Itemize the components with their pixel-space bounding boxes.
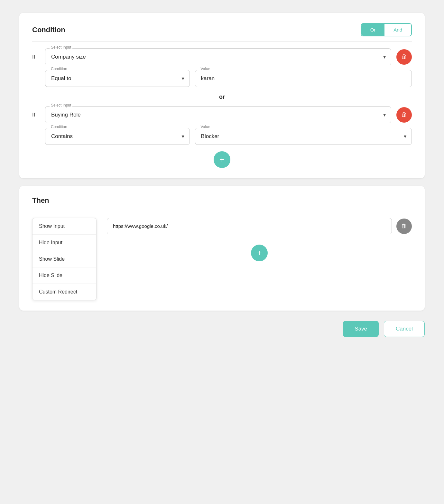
trash-icon-url: 🗑 [401, 223, 407, 229]
then-right-content: 🗑 + [107, 218, 412, 261]
condition-select-wrapper-2: Condition Contains ▼ [45, 128, 190, 145]
condition-label-1: Condition [50, 67, 69, 71]
condition-card: Condition Or And If Select Input Company… [19, 13, 425, 178]
select-input-label-2: Select Input [50, 103, 72, 107]
value-input-1[interactable] [195, 70, 412, 87]
url-input-row: 🗑 [107, 218, 412, 234]
show-slide-menu-item[interactable]: Show Slide [32, 251, 96, 267]
select-input-wrapper-2: Select Input Buying Role ▼ [45, 106, 391, 123]
add-then-button[interactable]: + [251, 245, 268, 261]
or-separator: or [32, 94, 412, 100]
hide-input-menu-item[interactable]: Hide Input [32, 235, 96, 251]
add-then-area: + [107, 245, 412, 261]
then-card-header: Then [32, 196, 412, 210]
delete-condition-1-button[interactable]: 🗑 [396, 49, 412, 65]
then-title: Then [32, 196, 49, 205]
plus-icon-then: + [257, 248, 262, 258]
condition-select-1[interactable]: Equal to [45, 70, 190, 87]
cancel-button[interactable]: Cancel [384, 321, 425, 337]
hide-slide-menu-item[interactable]: Hide Slide [32, 267, 96, 284]
value-label-1: Value [199, 67, 212, 71]
custom-redirect-menu-item[interactable]: Custom Redirect [32, 284, 96, 300]
condition-value-row-1: Condition Equal to ▼ Value [45, 70, 412, 87]
if-label-2: If [32, 112, 40, 118]
plus-icon-condition: + [219, 154, 225, 165]
condition-block-2: If Select Input Buying Role ▼ 🗑 Conditio… [32, 106, 412, 145]
delete-url-button[interactable]: 🗑 [396, 219, 412, 234]
or-and-toggle[interactable]: Or And [361, 23, 412, 36]
trash-icon-2: 🗑 [401, 111, 407, 118]
condition-select-2[interactable]: Contains [45, 128, 190, 145]
select-input-2[interactable]: Buying Role [45, 106, 391, 123]
then-card: Then Show Input Hide Input Show Slide Hi… [19, 186, 425, 311]
if-row-2: If Select Input Buying Role ▼ 🗑 [32, 106, 412, 123]
add-condition-button[interactable]: + [214, 151, 230, 168]
select-input-wrapper-1: Select Input Company size ▼ [45, 48, 391, 65]
delete-condition-2-button[interactable]: 🗑 [396, 107, 412, 123]
condition-select-wrapper-1: Condition Equal to ▼ [45, 70, 190, 87]
or-toggle-button[interactable]: Or [361, 24, 385, 36]
footer-actions: Save Cancel [19, 321, 425, 337]
add-condition-area: + [32, 151, 412, 168]
select-input-1[interactable]: Company size [45, 48, 391, 65]
then-options-menu: Show Input Hide Input Show Slide Hide Sl… [32, 218, 97, 300]
select-input-label-1: Select Input [50, 45, 72, 50]
show-input-menu-item[interactable]: Show Input [32, 218, 96, 235]
if-row-1: If Select Input Company size ▼ 🗑 [32, 48, 412, 65]
value-select-wrapper-2: Value Blocker ▼ [195, 128, 412, 145]
condition-card-header: Condition Or And [32, 23, 412, 42]
save-button[interactable]: Save [343, 321, 379, 337]
condition-block-1: If Select Input Company size ▼ 🗑 Conditi… [32, 48, 412, 87]
value-label-2: Value [199, 125, 212, 129]
condition-title: Condition [32, 26, 65, 34]
and-toggle-button[interactable]: And [384, 24, 411, 36]
then-content: Show Input Hide Input Show Slide Hide Sl… [32, 218, 412, 300]
condition-value-row-2: Condition Contains ▼ Value Blocker ▼ [45, 128, 412, 145]
trash-icon-1: 🗑 [401, 53, 407, 60]
if-label-1: If [32, 54, 40, 60]
value-select-2[interactable]: Blocker [195, 128, 412, 145]
value-input-wrapper-1: Value [195, 70, 412, 87]
condition-label-2: Condition [50, 125, 69, 129]
url-input[interactable] [107, 218, 392, 234]
